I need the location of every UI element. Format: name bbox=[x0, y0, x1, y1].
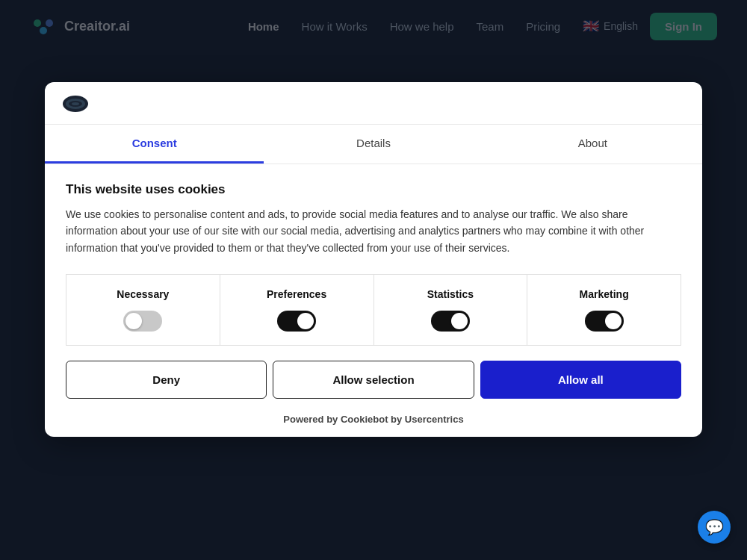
overlay: Consent Details About This website uses … bbox=[0, 0, 747, 560]
toggle-necessary-label: Necessary bbox=[117, 288, 169, 300]
cookie-modal: Consent Details About This website uses … bbox=[45, 82, 702, 437]
powered-by-prefix: Powered by bbox=[283, 414, 341, 425]
tab-details[interactable]: Details bbox=[264, 125, 483, 164]
deny-button[interactable]: Deny bbox=[66, 361, 267, 399]
tab-about[interactable]: About bbox=[483, 125, 702, 164]
modal-logo-row bbox=[45, 82, 702, 125]
tab-consent[interactable]: Consent bbox=[45, 125, 264, 164]
toggle-preferences: Preferences bbox=[220, 275, 374, 345]
allow-selection-button[interactable]: Allow selection bbox=[273, 361, 474, 399]
toggle-marketing-switch[interactable] bbox=[585, 311, 624, 332]
toggle-statistics-switch[interactable] bbox=[431, 311, 470, 332]
chat-button[interactable]: 💬 bbox=[698, 511, 731, 544]
svg-point-6 bbox=[72, 102, 79, 105]
toggle-marketing-label: Marketing bbox=[580, 288, 629, 300]
powered-by-brand: Cookiebot by Usercentrics bbox=[341, 414, 464, 425]
toggle-statistics: Statistics bbox=[374, 275, 528, 345]
toggle-statistics-label: Statistics bbox=[427, 288, 474, 300]
modal-tabs: Consent Details About bbox=[45, 125, 702, 164]
modal-description: We use cookies to personalise content an… bbox=[66, 206, 681, 256]
buttons-row: Deny Allow selection Allow all bbox=[66, 361, 681, 414]
allow-all-button[interactable]: Allow all bbox=[480, 361, 681, 399]
chat-icon: 💬 bbox=[705, 518, 724, 536]
cookiebot-logo-icon bbox=[63, 96, 88, 112]
modal-body: This website uses cookies We use cookies… bbox=[45, 164, 702, 437]
modal-title: This website uses cookies bbox=[66, 182, 681, 197]
toggle-necessary: Necessary bbox=[66, 275, 220, 345]
toggles-row: Necessary Preferences bbox=[66, 274, 681, 346]
toggle-preferences-label: Preferences bbox=[267, 288, 326, 300]
toggle-preferences-switch[interactable] bbox=[277, 311, 316, 332]
toggle-marketing: Marketing bbox=[527, 275, 681, 345]
toggle-necessary-switch[interactable] bbox=[123, 311, 162, 332]
powered-by: Powered by Cookiebot by Usercentrics bbox=[66, 414, 681, 437]
